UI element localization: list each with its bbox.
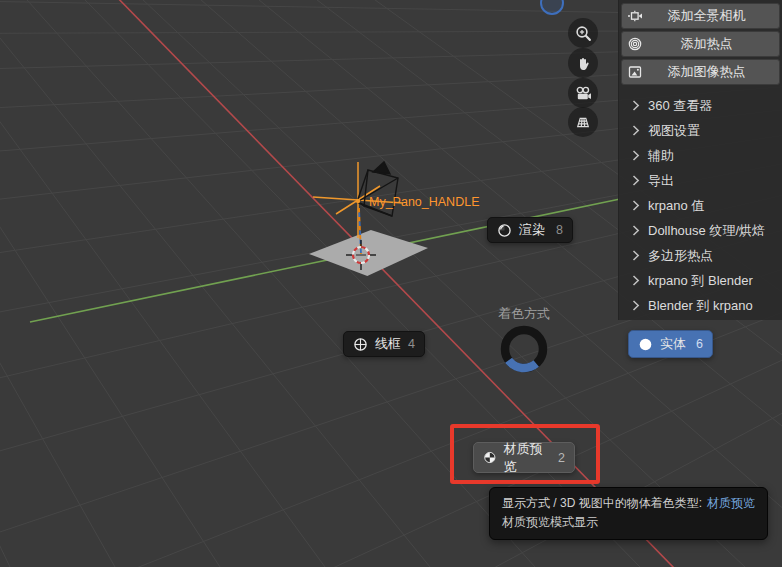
- pie-item-hotkey: 8: [556, 223, 563, 237]
- section-label: 360 查看器: [648, 97, 712, 115]
- hotspot-rings-icon: [622, 36, 648, 52]
- perspective-grid-icon: [575, 114, 591, 130]
- section-360-viewer[interactable]: 360 查看器: [619, 93, 782, 118]
- section-view-settings[interactable]: 视图设置: [619, 118, 782, 143]
- zoom-icon: [575, 25, 592, 42]
- section-assist[interactable]: 辅助: [619, 143, 782, 168]
- tooltip: 显示方式 / 3D 视图中的物体着色类型:材质预览 材质预览模式显示: [489, 487, 768, 540]
- section-export[interactable]: 导出: [619, 168, 782, 193]
- button-label: 添加图像热点: [648, 63, 779, 81]
- pie-item-hotkey: 4: [408, 337, 415, 351]
- empty-origin-dot: [356, 199, 360, 203]
- rendered-sphere-icon: [497, 223, 512, 238]
- annotation-highlight-box: [450, 424, 600, 484]
- add-image-hotspot-button[interactable]: 添加图像热点: [621, 59, 780, 85]
- camera-view-icon: [575, 85, 592, 102]
- section-krpano-values[interactable]: krpano 值: [619, 193, 782, 218]
- section-blender-to-krpano[interactable]: Blender 到 krpano: [619, 293, 782, 318]
- zoom-button[interactable]: [568, 18, 598, 48]
- pie-item-label: 渲染: [519, 221, 545, 239]
- chevron-right-icon: [632, 125, 640, 136]
- blender-3d-viewport: My_Pano_HANDLE: [0, 0, 782, 567]
- section-label: 辅助: [648, 147, 674, 165]
- chevron-right-icon: [632, 100, 640, 111]
- perspective-toggle-button[interactable]: [568, 107, 598, 137]
- section-dollhouse-bake[interactable]: Dollhouse 纹理/烘焙: [619, 218, 782, 243]
- chevron-right-icon: [632, 250, 640, 261]
- section-label: Dollhouse 纹理/烘焙: [648, 222, 765, 240]
- 3d-cursor: [341, 235, 381, 275]
- wireframe-sphere-icon: [353, 337, 368, 352]
- section-label: Blender 到 krpano: [648, 297, 753, 315]
- image-hotspot-icon: [622, 64, 648, 80]
- tooltip-value-link: 材质预览: [707, 496, 755, 510]
- section-label: 多边形热点: [648, 247, 713, 265]
- add-hotspot-button[interactable]: 添加热点: [621, 31, 780, 57]
- add-pano-camera-button[interactable]: 添加全景相机: [621, 3, 780, 29]
- pie-item-hotkey: 6: [696, 337, 703, 351]
- sidebar-sections: 360 查看器 视图设置 辅助 导出 krpano 值 Dollhouse 纹理…: [619, 93, 782, 318]
- button-label: 添加热点: [648, 35, 779, 53]
- section-krpano-to-blender[interactable]: krpano 到 Blender: [619, 268, 782, 293]
- pie-item-label: 实体: [660, 335, 686, 353]
- pie-menu-ring: [496, 321, 552, 377]
- chevron-right-icon: [632, 275, 640, 286]
- pie-item-rendered[interactable]: 渲染 8: [487, 217, 573, 243]
- chevron-right-icon: [632, 300, 640, 311]
- chevron-right-icon: [632, 200, 640, 211]
- chevron-right-icon: [632, 175, 640, 186]
- pan-hand-icon: [575, 55, 591, 71]
- pie-item-solid-active[interactable]: 实体 6: [628, 330, 713, 358]
- pan-button[interactable]: [568, 48, 598, 78]
- section-polygon-hotspot[interactable]: 多边形热点: [619, 243, 782, 268]
- section-label: krpano 值: [648, 197, 704, 215]
- section-label: krpano 到 Blender: [648, 272, 753, 290]
- camera-view-button[interactable]: [568, 78, 598, 108]
- section-label: 导出: [648, 172, 674, 190]
- tooltip-line2: 材质预览模式显示: [502, 513, 755, 532]
- tooltip-line1: 显示方式 / 3D 视图中的物体着色类型:材质预览: [502, 494, 755, 513]
- button-label: 添加全景相机: [648, 7, 779, 25]
- pano-camera-icon: [622, 8, 648, 24]
- sidebar-panel: 添加全景相机 添加热点 添加图像热点: [618, 0, 782, 320]
- solid-sphere-icon: [638, 337, 653, 352]
- chevron-right-icon: [632, 225, 640, 236]
- pie-item-label: 线框: [375, 335, 401, 353]
- chevron-right-icon: [632, 150, 640, 161]
- object-name-label: My_Pano_HANDLE: [369, 195, 479, 209]
- section-label: 视图设置: [648, 122, 700, 140]
- pie-item-wireframe[interactable]: 线框 4: [343, 331, 425, 357]
